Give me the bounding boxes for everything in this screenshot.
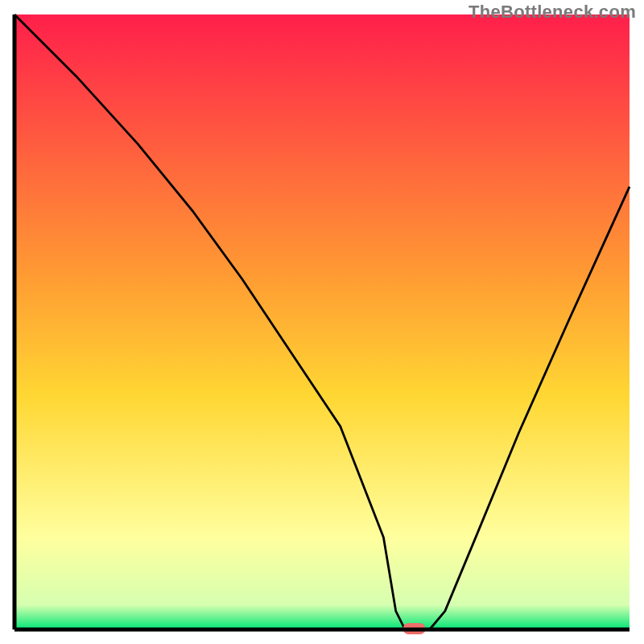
bottleneck-chart: TheBottleneck.com (0, 0, 644, 644)
plot-background (14, 14, 630, 630)
chart-svg (0, 0, 644, 644)
watermark-label: TheBottleneck.com (469, 2, 636, 23)
